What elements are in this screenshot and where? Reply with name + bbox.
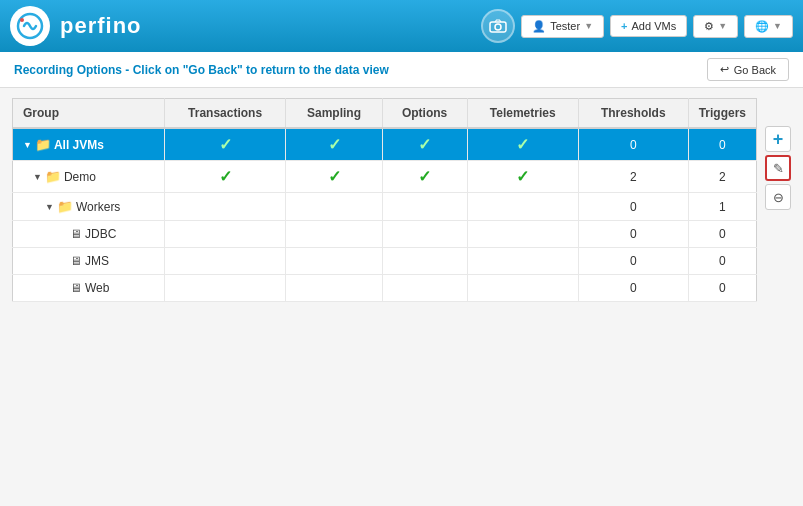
thresholds-cell: 0 bbox=[578, 275, 688, 302]
thresholds-cell: 2 bbox=[578, 161, 688, 193]
sampling-cell bbox=[286, 248, 382, 275]
triggers-cell: 0 bbox=[688, 248, 756, 275]
app-header: perfino 👤 Tester ▼ + Add VMs ⚙ ▼ 🌐 ▼ bbox=[0, 0, 803, 52]
triggers-cell: 0 bbox=[688, 128, 756, 161]
table-row[interactable]: 🖥Web00 bbox=[13, 275, 757, 302]
user-chevron-icon: ▼ bbox=[584, 21, 593, 31]
table-action-buttons: + ✎ ⊖ bbox=[765, 126, 791, 210]
subheader: Recording Options - Click on "Go Back" t… bbox=[0, 52, 803, 88]
row-name: All JVMs bbox=[54, 138, 104, 152]
server-icon: 🖥 bbox=[70, 227, 82, 241]
svg-point-3 bbox=[495, 24, 501, 30]
sampling-cell: ✓ bbox=[286, 161, 382, 193]
transactions-cell bbox=[164, 275, 286, 302]
gear-icon: ⚙ bbox=[704, 20, 714, 33]
go-back-button[interactable]: ↩ Go Back bbox=[707, 58, 789, 81]
globe-chevron-icon: ▼ bbox=[773, 21, 782, 31]
options-cell bbox=[382, 221, 467, 248]
sampling-cell bbox=[286, 275, 382, 302]
sampling-cell bbox=[286, 193, 382, 221]
check-icon: ✓ bbox=[418, 136, 431, 153]
svg-point-1 bbox=[20, 18, 24, 22]
col-thresholds: Thresholds bbox=[578, 99, 688, 129]
transactions-cell bbox=[164, 193, 286, 221]
tree-arrow-icon: ▼ bbox=[45, 202, 54, 212]
add-row-button[interactable]: + bbox=[765, 126, 791, 152]
recording-options-table: Group Transactions Sampling Options Tele… bbox=[12, 98, 757, 302]
settings-chevron-icon: ▼ bbox=[718, 21, 727, 31]
row-name: JDBC bbox=[85, 227, 116, 241]
triggers-cell: 1 bbox=[688, 193, 756, 221]
folder-icon: 📁 bbox=[57, 199, 73, 214]
remove-row-button[interactable]: ⊖ bbox=[765, 184, 791, 210]
transactions-cell: ✓ bbox=[164, 161, 286, 193]
sampling-cell: ✓ bbox=[286, 128, 382, 161]
table-row[interactable]: ▼📁All JVMs✓✓✓✓00 bbox=[13, 128, 757, 161]
check-icon: ✓ bbox=[219, 136, 232, 153]
options-cell bbox=[382, 248, 467, 275]
sampling-cell bbox=[286, 221, 382, 248]
add-vms-button[interactable]: + Add VMs bbox=[610, 15, 687, 37]
settings-button[interactable]: ⚙ ▼ bbox=[693, 15, 738, 38]
row-name: JMS bbox=[85, 254, 109, 268]
subheader-description: - Click on "Go Back" to return to the da… bbox=[125, 63, 388, 77]
col-group: Group bbox=[13, 99, 165, 129]
check-icon: ✓ bbox=[328, 136, 341, 153]
table-row[interactable]: ▼📁Demo✓✓✓✓22 bbox=[13, 161, 757, 193]
go-back-icon: ↩ bbox=[720, 63, 729, 76]
group-cell: ▼📁Demo bbox=[13, 161, 165, 193]
globe-button[interactable]: 🌐 ▼ bbox=[744, 15, 793, 38]
server-icon: 🖥 bbox=[70, 281, 82, 295]
folder-icon: 📁 bbox=[45, 169, 61, 184]
row-name: Demo bbox=[64, 170, 96, 184]
group-cell: ▼📁Workers bbox=[13, 193, 165, 221]
logo bbox=[10, 6, 50, 46]
app-name: perfino bbox=[60, 13, 471, 39]
thresholds-cell: 0 bbox=[578, 221, 688, 248]
transactions-cell bbox=[164, 221, 286, 248]
check-icon: ✓ bbox=[219, 168, 232, 185]
options-cell: ✓ bbox=[382, 128, 467, 161]
row-name: Workers bbox=[76, 200, 120, 214]
header-controls: 👤 Tester ▼ + Add VMs ⚙ ▼ 🌐 ▼ bbox=[481, 9, 793, 43]
check-icon: ✓ bbox=[418, 168, 431, 185]
camera-button[interactable] bbox=[481, 9, 515, 43]
telemetries-cell bbox=[467, 248, 578, 275]
col-telemetries: Telemetries bbox=[467, 99, 578, 129]
telemetries-cell: ✓ bbox=[467, 161, 578, 193]
table-row[interactable]: 🖥JDBC00 bbox=[13, 221, 757, 248]
breadcrumb: Recording Options - Click on "Go Back" t… bbox=[14, 63, 389, 77]
globe-icon: 🌐 bbox=[755, 20, 769, 33]
tree-arrow-icon: ▼ bbox=[23, 140, 32, 150]
folder-icon: 📁 bbox=[35, 137, 51, 152]
go-back-label: Go Back bbox=[734, 64, 776, 76]
check-icon: ✓ bbox=[516, 168, 529, 185]
table-row[interactable]: 🖥JMS00 bbox=[13, 248, 757, 275]
telemetries-cell: ✓ bbox=[467, 128, 578, 161]
table-row[interactable]: ▼📁Workers01 bbox=[13, 193, 757, 221]
add-vms-label: Add VMs bbox=[632, 20, 677, 32]
transactions-cell: ✓ bbox=[164, 128, 286, 161]
server-icon: 🖥 bbox=[70, 254, 82, 268]
check-icon: ✓ bbox=[328, 168, 341, 185]
recording-options-label: Recording Options bbox=[14, 63, 122, 77]
triggers-cell: 0 bbox=[688, 221, 756, 248]
col-triggers: Triggers bbox=[688, 99, 756, 129]
edit-row-button[interactable]: ✎ bbox=[765, 155, 791, 181]
thresholds-cell: 0 bbox=[578, 193, 688, 221]
user-button[interactable]: 👤 Tester ▼ bbox=[521, 15, 604, 38]
group-cell: ▼📁All JVMs bbox=[13, 128, 165, 161]
group-cell: 🖥JMS bbox=[13, 248, 165, 275]
telemetries-cell bbox=[467, 221, 578, 248]
tree-arrow-icon: ▼ bbox=[33, 172, 42, 182]
main-content: Group Transactions Sampling Options Tele… bbox=[0, 88, 803, 506]
triggers-cell: 0 bbox=[688, 275, 756, 302]
options-cell bbox=[382, 193, 467, 221]
transactions-cell bbox=[164, 248, 286, 275]
add-vms-icon: + bbox=[621, 20, 627, 32]
table-header-row: Group Transactions Sampling Options Tele… bbox=[13, 99, 757, 129]
options-cell: ✓ bbox=[382, 161, 467, 193]
group-cell: 🖥JDBC bbox=[13, 221, 165, 248]
options-cell bbox=[382, 275, 467, 302]
col-sampling: Sampling bbox=[286, 99, 382, 129]
